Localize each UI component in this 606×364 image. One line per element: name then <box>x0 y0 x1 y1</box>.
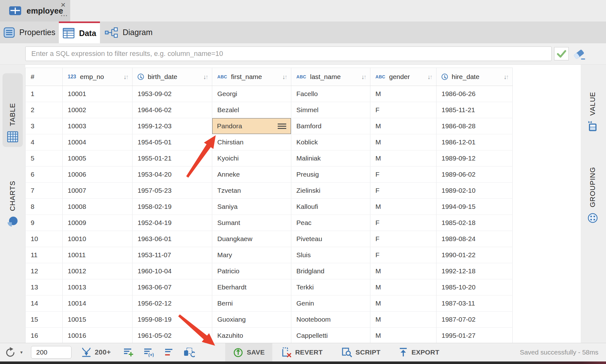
cell-last_name[interactable]: Facello <box>291 86 370 102</box>
column-header-emp_no[interactable]: 123emp_no↓↑ <box>63 68 133 86</box>
row-number-cell[interactable]: 14 <box>26 295 63 312</box>
cell-gender[interactable]: F <box>370 215 436 231</box>
row-number-cell[interactable]: 2 <box>26 102 63 118</box>
cell-gender[interactable]: F <box>370 183 436 199</box>
cell-birth_date[interactable]: 1963-06-01 <box>133 231 212 247</box>
cell-emp_no[interactable]: 10010 <box>63 231 133 247</box>
rail-tab-grouping[interactable]: GROUPING <box>583 141 603 228</box>
sql-filter-input[interactable] <box>25 46 552 61</box>
cell-gender[interactable]: M <box>370 328 436 344</box>
row-number-cell[interactable]: 5 <box>26 150 63 167</box>
cell-birth_date[interactable]: 1961-05-02 <box>133 328 212 344</box>
chevron-down-icon[interactable]: ▾ <box>20 349 23 355</box>
script-button[interactable]: SCRIPT <box>340 347 380 358</box>
export-button[interactable]: EXPORT <box>398 347 439 358</box>
apply-filter-button[interactable] <box>554 47 569 60</box>
cell-birth_date[interactable]: 1963-06-07 <box>133 279 212 295</box>
cell-emp_no[interactable]: 10001 <box>63 86 133 102</box>
cell-birth_date[interactable]: 1964-06-02 <box>133 102 212 118</box>
sort-arrows-icon[interactable]: ↓↑ <box>203 73 207 81</box>
cell-hire_date[interactable]: 1987-03-11 <box>436 295 513 312</box>
cell-hire_date[interactable]: 1990-01-22 <box>436 247 513 263</box>
cell-last_name[interactable]: Kalloufi <box>291 199 370 215</box>
cell-emp_no[interactable]: 10006 <box>63 167 133 183</box>
cell-last_name[interactable]: Maliniak <box>291 150 370 167</box>
cell-gender[interactable]: M <box>370 312 436 328</box>
cell-first_name[interactable]: Duangkaew <box>212 231 291 247</box>
cell-last_name[interactable]: Zielinski <box>291 183 370 199</box>
column-header-gender[interactable]: ABCgender↓↑ <box>370 68 436 86</box>
cell-birth_date[interactable]: 1953-04-20 <box>133 167 212 183</box>
cell-first_name[interactable]: Berni <box>212 295 291 312</box>
sort-arrows-icon[interactable]: ↓↑ <box>504 73 508 81</box>
cell-birth_date[interactable]: 1953-09-02 <box>133 86 212 102</box>
row-number-cell[interactable]: 9 <box>26 215 63 231</box>
tab-overflow-icon[interactable]: ··· <box>61 12 68 19</box>
cell-first_name[interactable]: Bezalel <box>212 102 291 118</box>
cell-emp_no[interactable]: 10015 <box>63 312 133 328</box>
row-number-cell[interactable]: 15 <box>26 312 63 328</box>
cell-emp_no[interactable]: 10014 <box>63 295 133 312</box>
cell-emp_no[interactable]: 10013 <box>63 279 133 295</box>
cell-emp_no[interactable]: 10003 <box>63 118 133 134</box>
sort-arrows-icon[interactable]: ↓↑ <box>123 73 128 81</box>
cell-last_name[interactable]: Bamford <box>291 118 370 134</box>
refresh-cell-button[interactable] <box>183 347 195 357</box>
row-number-cell[interactable]: 1 <box>26 86 63 102</box>
cell-birth_date[interactable]: 1957-05-23 <box>133 183 212 199</box>
cell-birth_date[interactable]: 1952-04-19 <box>133 215 212 231</box>
cell-gender[interactable]: M <box>370 150 436 167</box>
cell-hire_date[interactable]: 1985-11-21 <box>436 102 513 118</box>
cell-birth_date[interactable]: 1959-12-03 <box>133 118 212 134</box>
cell-editor-menu-icon[interactable] <box>278 124 286 129</box>
cell-first_name[interactable]: Chirstian <box>212 134 291 150</box>
cell-last_name[interactable]: Terkki <box>291 279 370 295</box>
cell-last_name[interactable]: Cappelletti <box>291 328 370 344</box>
cell-gender[interactable]: M <box>370 199 436 215</box>
cell-hire_date[interactable]: 1985-02-18 <box>436 215 513 231</box>
cell-last_name[interactable]: Peac <box>291 215 370 231</box>
sort-arrows-icon[interactable]: ↓↑ <box>361 73 366 81</box>
cell-gender[interactable]: F <box>370 247 436 263</box>
tab-properties[interactable]: Properties <box>0 21 59 43</box>
cell-hire_date[interactable]: 1994-09-15 <box>436 199 513 215</box>
cell-first_name[interactable]: Georgi <box>212 86 291 102</box>
cell-emp_no[interactable]: 10009 <box>63 215 133 231</box>
cell-hire_date[interactable]: 1989-02-10 <box>436 183 513 199</box>
cell-emp_no[interactable]: 10012 <box>63 263 133 279</box>
cell-hire_date[interactable]: 1989-06-02 <box>436 167 513 183</box>
cell-emp_no[interactable]: 10005 <box>63 150 133 167</box>
cell-gender[interactable]: M <box>370 263 436 279</box>
cell-last_name[interactable]: Nooteboom <box>291 312 370 328</box>
cell-hire_date[interactable]: 1992-12-18 <box>436 263 513 279</box>
cell-last_name[interactable]: Koblick <box>291 134 370 150</box>
rail-tab-table[interactable]: TABLE <box>3 73 23 147</box>
fetch-more-button[interactable]: 200+ <box>81 347 111 357</box>
cell-birth_date[interactable]: 1958-02-19 <box>133 199 212 215</box>
row-number-cell[interactable]: 12 <box>26 263 63 279</box>
rail-tab-charts[interactable]: CHARTS <box>3 152 23 231</box>
row-number-cell[interactable]: 4 <box>26 134 63 150</box>
cell-gender[interactable]: F <box>370 102 436 118</box>
cell-first_name[interactable]: Mary <box>212 247 291 263</box>
cell-hire_date[interactable]: 1987-07-02 <box>436 312 513 328</box>
inline-cell-editor[interactable]: Pandora <box>212 118 291 134</box>
cell-birth_date[interactable]: 1959-08-19 <box>133 312 212 328</box>
cell-first_name[interactable]: Kyoichi <box>212 150 291 167</box>
cell-first_name[interactable]: Guoxiang <box>212 312 291 328</box>
cell-gender[interactable]: F <box>370 167 436 183</box>
cell-hire_date[interactable]: 1986-08-28 <box>436 118 513 134</box>
cell-hire_date[interactable]: 1986-06-26 <box>436 86 513 102</box>
save-button[interactable]: SAVE <box>225 343 272 362</box>
sort-arrows-icon[interactable]: ↓↑ <box>282 73 287 81</box>
cell-hire_date[interactable]: 1986-12-01 <box>436 134 513 150</box>
column-header-rownum[interactable]: # <box>26 68 63 86</box>
cell-first_name[interactable]: Pandora <box>212 118 291 134</box>
cell-hire_date[interactable]: 1985-10-20 <box>436 279 513 295</box>
sort-arrows-icon[interactable]: ↓↑ <box>427 73 432 81</box>
row-number-cell[interactable]: 7 <box>26 183 63 199</box>
cell-gender[interactable]: F <box>370 231 436 247</box>
cell-gender[interactable]: M <box>370 134 436 150</box>
cell-gender[interactable]: M <box>370 86 436 102</box>
refresh-button[interactable]: ▾ <box>4 347 23 358</box>
